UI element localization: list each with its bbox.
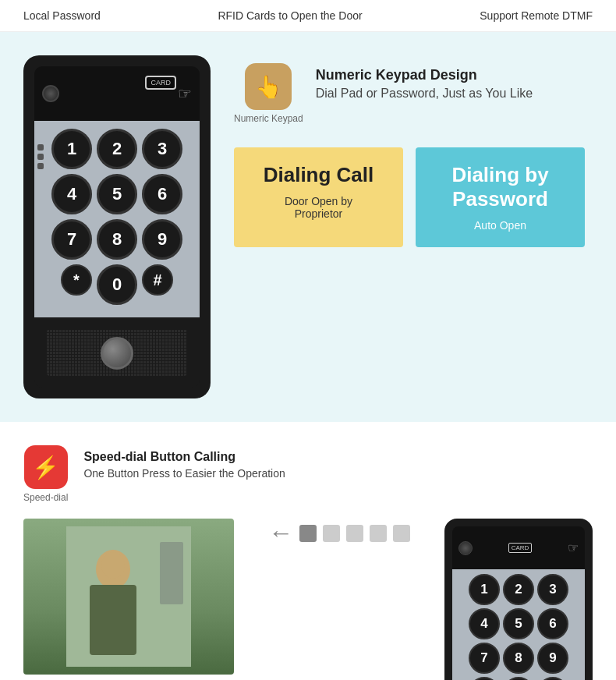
feature-title: Numeric Keypad Design xyxy=(316,67,533,83)
dot-1[interactable] xyxy=(299,525,317,542)
mode-cards: Dialing Call Door Open byProprietor Dial… xyxy=(234,147,585,247)
dot-2[interactable] xyxy=(323,525,340,542)
side-indicators xyxy=(37,144,44,169)
header-bar: Local Password RFID Cards to Open the Do… xyxy=(0,0,616,32)
keypad-row-4: * 0 # xyxy=(41,264,193,305)
small-key-8[interactable]: 8 xyxy=(503,643,534,674)
lightning-icon: ⚡ xyxy=(32,455,59,480)
small-keypad-row-1: 1 2 3 xyxy=(457,574,580,605)
section-speed-dial: ⚡ Speed-dial Speed-dial Button Calling O… xyxy=(0,422,616,680)
small-rfid-icon: ☞ xyxy=(568,540,579,555)
small-keypad-row-2: 4 5 6 xyxy=(457,608,580,639)
small-keypad-row-4: * 0 # xyxy=(457,677,580,680)
small-card-label: CARD xyxy=(508,543,533,553)
small-camera xyxy=(458,541,473,555)
small-key-0[interactable]: 0 xyxy=(503,677,534,680)
header-rfid-cards: RFID Cards to Open the Door xyxy=(218,9,362,22)
header-remote-dtmf: Support Remote DTMF xyxy=(480,9,593,22)
bottom-content-row: ← CARD ☞ 1 2 3 xyxy=(23,519,593,680)
header-local-password: Local Password xyxy=(23,9,101,22)
key-3[interactable]: 3 xyxy=(142,129,182,169)
speed-dial-icon: ⚡ xyxy=(24,445,68,489)
indicator-dot-1 xyxy=(37,144,44,151)
dialing-password-sub: Auto Open xyxy=(434,219,566,232)
small-key-9[interactable]: 9 xyxy=(537,643,568,674)
section-keypad: CARD ☞ 1 2 3 4 5 6 7 8 9 xyxy=(0,32,616,422)
key-6[interactable]: 6 xyxy=(142,174,182,214)
phone-device: CARD ☞ 1 2 3 4 5 6 7 8 9 xyxy=(23,55,211,398)
key-1[interactable]: 1 xyxy=(51,129,92,169)
numeric-keypad-label: Numeric Keypad xyxy=(234,113,303,124)
speaker-grid xyxy=(47,329,187,376)
indicator-dot-2 xyxy=(37,154,44,160)
right-content: 👆 Numeric Keypad Numeric Keypad Design D… xyxy=(234,55,585,247)
dialing-password-title: Dialing byPassword xyxy=(434,163,566,211)
speed-dial-title: Speed-dial Button Calling xyxy=(83,450,285,464)
key-hash[interactable]: # xyxy=(142,264,173,296)
svg-point-4 xyxy=(101,552,125,579)
pagination-controls: ← xyxy=(268,519,410,547)
dot-5[interactable] xyxy=(393,525,410,542)
keypad-row-3: 7 8 9 xyxy=(41,219,193,260)
small-phone-top: CARD ☞ xyxy=(452,526,585,569)
key-5[interactable]: 5 xyxy=(97,174,137,214)
pagination-dots xyxy=(299,525,410,542)
key-9[interactable]: 9 xyxy=(142,219,182,260)
feature-header: 👆 Numeric Keypad Numeric Keypad Design D… xyxy=(234,63,585,124)
keypad-row-1: 1 2 3 xyxy=(41,129,193,169)
key-2[interactable]: 2 xyxy=(97,129,137,169)
svg-rect-1 xyxy=(160,542,183,604)
small-key-6[interactable]: 6 xyxy=(537,608,568,639)
small-key-hash[interactable]: # xyxy=(537,677,568,680)
phone-keypad: 1 2 3 4 5 6 7 8 9 * 0 # xyxy=(34,121,200,317)
speed-dial-text: Speed-dial Button Calling One Button Pre… xyxy=(83,445,285,480)
rfid-icon: ☞ xyxy=(178,84,192,103)
svg-rect-3 xyxy=(90,585,136,655)
small-phone-keypad: 1 2 3 4 5 6 7 8 9 * 0 # xyxy=(452,569,585,680)
keypad-row-2: 4 5 6 xyxy=(41,174,193,214)
small-phone-device: CARD ☞ 1 2 3 4 5 6 7 8 9 xyxy=(444,519,593,680)
key-4[interactable]: 4 xyxy=(51,174,92,214)
dialing-call-title: Dialing Call xyxy=(253,163,384,187)
person-photo xyxy=(23,519,234,675)
card-label: CARD xyxy=(145,76,176,90)
numeric-keypad-icon: 👆 xyxy=(245,63,292,110)
dialing-call-sub: Door Open byProprietor xyxy=(253,195,384,220)
small-key-2[interactable]: 2 xyxy=(503,574,534,605)
person-silhouette xyxy=(23,519,234,675)
finger-icon: 👆 xyxy=(255,74,282,100)
key-star[interactable]: * xyxy=(61,264,92,296)
dialing-call-card: Dialing Call Door Open byProprietor xyxy=(234,147,403,247)
pagination-area: ← xyxy=(250,519,429,547)
camera-lens xyxy=(42,85,59,102)
small-key-5[interactable]: 5 xyxy=(503,608,534,639)
feature-subtitle: Dial Pad or Password, Just as You Like xyxy=(316,87,533,101)
prev-arrow[interactable]: ← xyxy=(268,519,293,547)
dot-3[interactable] xyxy=(346,525,363,542)
person-svg xyxy=(66,526,191,667)
small-key-3[interactable]: 3 xyxy=(537,574,568,605)
speed-dial-header: ⚡ Speed-dial Speed-dial Button Calling O… xyxy=(23,445,593,503)
dot-4[interactable] xyxy=(370,525,387,542)
call-button[interactable] xyxy=(101,337,133,370)
small-key-7[interactable]: 7 xyxy=(469,643,500,674)
indicator-dot-3 xyxy=(37,163,44,169)
phone-bottom xyxy=(34,317,200,388)
small-keypad-row-3: 7 8 9 xyxy=(457,643,580,674)
key-7[interactable]: 7 xyxy=(51,219,92,260)
dialing-password-card: Dialing byPassword Auto Open xyxy=(416,147,585,247)
feature-text: Numeric Keypad Design Dial Pad or Passwo… xyxy=(316,63,533,101)
key-8[interactable]: 8 xyxy=(97,219,137,260)
small-key-1[interactable]: 1 xyxy=(469,574,500,605)
small-key-4[interactable]: 4 xyxy=(469,608,500,639)
speed-dial-subtitle: One Button Press to Easier the Operation xyxy=(83,467,285,480)
numeric-keypad-icon-group: 👆 Numeric Keypad xyxy=(234,63,303,124)
small-key-star[interactable]: * xyxy=(469,677,500,680)
speed-dial-icon-label: Speed-dial xyxy=(23,492,68,503)
phone-top: CARD ☞ xyxy=(34,66,200,121)
speed-dial-icon-group: ⚡ Speed-dial xyxy=(23,445,68,503)
key-0[interactable]: 0 xyxy=(97,264,137,305)
